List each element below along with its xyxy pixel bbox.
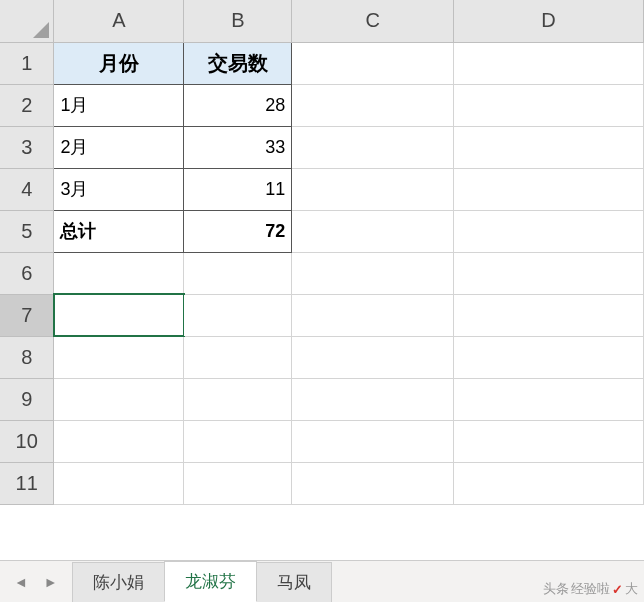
cell-B1[interactable]: 交易数 bbox=[184, 42, 292, 84]
cell-C4[interactable] bbox=[292, 168, 454, 210]
cell-B4[interactable]: 11 bbox=[184, 168, 292, 210]
cell-D6[interactable] bbox=[454, 252, 644, 294]
cell-B10[interactable] bbox=[184, 420, 292, 462]
cell-B2[interactable]: 28 bbox=[184, 84, 292, 126]
cell-C10[interactable] bbox=[292, 420, 454, 462]
cell-C3[interactable] bbox=[292, 126, 454, 168]
spreadsheet-grid[interactable]: A B C D 1 月份 交易数 2 1月 28 3 2月 33 4 3月 11… bbox=[0, 0, 644, 505]
row-header-5[interactable]: 5 bbox=[0, 210, 54, 252]
cell-D9[interactable] bbox=[454, 378, 644, 420]
sheet-nav-buttons: ◄ ► bbox=[0, 561, 72, 602]
row-header-7[interactable]: 7 bbox=[0, 294, 54, 336]
check-icon: ✓ bbox=[612, 582, 623, 597]
cell-B5[interactable]: 72 bbox=[184, 210, 292, 252]
sheet-tab-0[interactable]: 陈小娟 bbox=[72, 562, 165, 602]
row-header-10[interactable]: 10 bbox=[0, 420, 54, 462]
cell-C2[interactable] bbox=[292, 84, 454, 126]
cell-A3[interactable]: 2月 bbox=[54, 126, 184, 168]
row-header-9[interactable]: 9 bbox=[0, 378, 54, 420]
cell-B7[interactable] bbox=[184, 294, 292, 336]
col-header-B[interactable]: B bbox=[184, 0, 292, 42]
cell-D7[interactable] bbox=[454, 294, 644, 336]
cell-D4[interactable] bbox=[454, 168, 644, 210]
cell-C9[interactable] bbox=[292, 378, 454, 420]
watermark-text2: 经验啦 bbox=[571, 580, 610, 598]
cell-C1[interactable] bbox=[292, 42, 454, 84]
cell-A9[interactable] bbox=[54, 378, 184, 420]
cell-A2[interactable]: 1月 bbox=[54, 84, 184, 126]
cell-C6[interactable] bbox=[292, 252, 454, 294]
cell-D11[interactable] bbox=[454, 462, 644, 504]
cell-D10[interactable] bbox=[454, 420, 644, 462]
cell-B8[interactable] bbox=[184, 336, 292, 378]
cell-A7[interactable] bbox=[54, 294, 184, 336]
cell-D2[interactable] bbox=[454, 84, 644, 126]
sheet-tabs: 陈小娟 龙淑芬 马凤 bbox=[72, 561, 331, 602]
cell-B6[interactable] bbox=[184, 252, 292, 294]
cell-A11[interactable] bbox=[54, 462, 184, 504]
watermark: 头条 经验啦 ✓ 大 bbox=[543, 580, 638, 598]
cell-C7[interactable] bbox=[292, 294, 454, 336]
sheet-nav-next-icon[interactable]: ► bbox=[44, 574, 58, 590]
cell-C11[interactable] bbox=[292, 462, 454, 504]
col-header-C[interactable]: C bbox=[292, 0, 454, 42]
select-all-corner[interactable] bbox=[0, 0, 54, 42]
cell-B3[interactable]: 33 bbox=[184, 126, 292, 168]
row-header-2[interactable]: 2 bbox=[0, 84, 54, 126]
cell-A5[interactable]: 总计 bbox=[54, 210, 184, 252]
sheet-nav-prev-icon[interactable]: ◄ bbox=[14, 574, 28, 590]
col-header-D[interactable]: D bbox=[454, 0, 644, 42]
cell-D5[interactable] bbox=[454, 210, 644, 252]
row-header-6[interactable]: 6 bbox=[0, 252, 54, 294]
cell-D3[interactable] bbox=[454, 126, 644, 168]
cell-D8[interactable] bbox=[454, 336, 644, 378]
cell-B11[interactable] bbox=[184, 462, 292, 504]
cell-C5[interactable] bbox=[292, 210, 454, 252]
row-header-4[interactable]: 4 bbox=[0, 168, 54, 210]
row-header-11[interactable]: 11 bbox=[0, 462, 54, 504]
cell-D1[interactable] bbox=[454, 42, 644, 84]
cell-A6[interactable] bbox=[54, 252, 184, 294]
cell-B9[interactable] bbox=[184, 378, 292, 420]
row-header-8[interactable]: 8 bbox=[0, 336, 54, 378]
cell-A4[interactable]: 3月 bbox=[54, 168, 184, 210]
sheet-tab-1[interactable]: 龙淑芬 bbox=[164, 561, 257, 602]
cell-A8[interactable] bbox=[54, 336, 184, 378]
row-header-1[interactable]: 1 bbox=[0, 42, 54, 84]
cell-A10[interactable] bbox=[54, 420, 184, 462]
col-header-A[interactable]: A bbox=[54, 0, 184, 42]
sheet-tabs-bar: ◄ ► 陈小娟 龙淑芬 马凤 头条 经验啦 ✓ 大 bbox=[0, 560, 644, 602]
sheet-tab-2[interactable]: 马凤 bbox=[256, 562, 332, 602]
row-header-3[interactable]: 3 bbox=[0, 126, 54, 168]
cell-A1[interactable]: 月份 bbox=[54, 42, 184, 84]
watermark-tail: 大 bbox=[625, 580, 638, 598]
watermark-text1: 头条 bbox=[543, 580, 569, 598]
cell-C8[interactable] bbox=[292, 336, 454, 378]
